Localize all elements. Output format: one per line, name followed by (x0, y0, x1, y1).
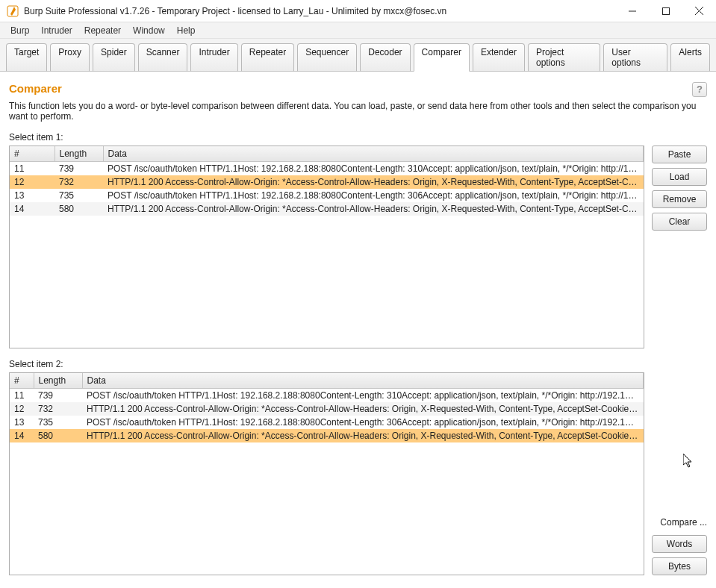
cell-num: 13 (10, 189, 55, 202)
table-row[interactable]: 14580HTTP/1.1 200 Access-Control-Allow-O… (10, 429, 644, 442)
cell-num: 11 (10, 389, 34, 403)
tab-extender[interactable]: Extender (473, 43, 525, 72)
col-header-length[interactable]: Length (55, 146, 103, 162)
table-row[interactable]: 12732HTTP/1.1 200 Access-Control-Allow-O… (10, 175, 644, 189)
cell-data: HTTP/1.1 200 Access-Control-Allow-Origin… (82, 402, 644, 416)
menu-help[interactable]: Help (171, 24, 202, 37)
cell-length: 735 (34, 416, 82, 429)
paste-button[interactable]: Paste (652, 146, 707, 163)
tab-comparer[interactable]: Comparer (414, 43, 470, 72)
cell-data: HTTP/1.1 200 Access-Control-Allow-Origin… (103, 202, 644, 216)
cell-length: 735 (55, 189, 103, 202)
table-row[interactable]: 11739POST /isc/oauth/token HTTP/1.1Host:… (10, 162, 644, 176)
cell-num: 12 (10, 175, 55, 189)
item2-table[interactable]: #LengthData11739POST /isc/oauth/token HT… (9, 372, 644, 575)
remove-button[interactable]: Remove (652, 190, 707, 208)
col-header-num[interactable]: # (10, 373, 34, 389)
cell-data: POST /isc/oauth/token HTTP/1.1Host: 192.… (103, 189, 644, 202)
table-row[interactable]: 14580HTTP/1.1 200 Access-Control-Allow-O… (10, 202, 644, 216)
menu-window[interactable]: Window (127, 24, 171, 37)
col-header-num[interactable]: # (10, 146, 55, 162)
table-row[interactable]: 12732HTTP/1.1 200 Access-Control-Allow-O… (10, 402, 644, 416)
minimize-button[interactable] (615, 0, 649, 22)
page-description: This function lets you do a word- or byt… (9, 101, 707, 122)
cell-num: 13 (10, 416, 34, 429)
words-button[interactable]: Words (652, 535, 707, 553)
help-button[interactable]: ? (692, 82, 707, 97)
tab-scanner[interactable]: Scanner (138, 43, 188, 72)
tab-intruder[interactable]: Intruder (190, 43, 237, 72)
bytes-button[interactable]: Bytes (652, 557, 707, 575)
tab-project-options[interactable]: Project options (528, 43, 600, 72)
cell-num: 14 (10, 429, 34, 442)
main-tabs: TargetProxySpiderScannerIntruderRepeater… (0, 39, 716, 72)
clear-button[interactable]: Clear (652, 213, 707, 231)
cell-length: 739 (34, 389, 82, 403)
menu-burp[interactable]: Burp (4, 24, 35, 37)
cell-num: 14 (10, 202, 55, 216)
cell-data: HTTP/1.1 200 Access-Control-Allow-Origin… (82, 429, 644, 442)
cell-data: HTTP/1.1 200 Access-Control-Allow-Origin… (103, 175, 644, 189)
select-item-2-label: Select item 2: (9, 359, 707, 369)
cell-length: 580 (55, 202, 103, 216)
cell-data: POST /isc/oauth/token HTTP/1.1Host: 192.… (82, 389, 644, 403)
cell-length: 580 (34, 429, 82, 442)
cell-length: 739 (55, 162, 103, 176)
tab-sequencer[interactable]: Sequencer (297, 43, 357, 72)
cell-num: 12 (10, 402, 34, 416)
tab-proxy[interactable]: Proxy (50, 43, 90, 72)
menu-intruder[interactable]: Intruder (35, 24, 78, 37)
load-button[interactable]: Load (652, 168, 707, 186)
maximize-button[interactable] (649, 0, 682, 22)
close-button[interactable] (682, 0, 716, 22)
tab-repeater[interactable]: Repeater (241, 43, 294, 72)
item1-table[interactable]: #LengthData11739POST /isc/oauth/token HT… (9, 146, 644, 348)
svg-rect-2 (662, 7, 669, 14)
table-row[interactable]: 13735POST /isc/oauth/token HTTP/1.1Host:… (10, 189, 644, 202)
col-header-length[interactable]: Length (34, 373, 82, 389)
cell-data: POST /isc/oauth/token HTTP/1.1Host: 192.… (82, 416, 644, 429)
col-header-data[interactable]: Data (82, 373, 644, 389)
tab-decoder[interactable]: Decoder (360, 43, 410, 72)
table-row[interactable]: 13735POST /isc/oauth/token HTTP/1.1Host:… (10, 416, 644, 429)
tab-spider[interactable]: Spider (93, 43, 135, 72)
select-item-1-label: Select item 1: (9, 132, 707, 143)
page-title: Comparer (9, 82, 62, 95)
title-bar[interactable]: Burp Suite Professional v1.7.26 - Tempor… (0, 0, 716, 22)
menu-repeater[interactable]: Repeater (78, 24, 127, 37)
cell-length: 732 (34, 402, 82, 416)
cell-length: 732 (55, 175, 103, 189)
window-title: Burp Suite Professional v1.7.26 - Tempor… (24, 6, 615, 16)
col-header-data[interactable]: Data (103, 146, 644, 162)
compare-label: Compare ... (652, 517, 707, 528)
cell-num: 11 (10, 162, 55, 176)
menu-bar: BurpIntruderRepeaterWindowHelp (0, 22, 716, 39)
table-row[interactable]: 11739POST /isc/oauth/token HTTP/1.1Host:… (10, 389, 644, 403)
tab-target[interactable]: Target (6, 43, 47, 72)
app-icon (6, 4, 19, 18)
tab-alerts[interactable]: Alerts (670, 43, 710, 72)
tab-user-options[interactable]: User options (603, 43, 667, 72)
cell-data: POST /isc/oauth/token HTTP/1.1Host: 192.… (103, 162, 644, 176)
